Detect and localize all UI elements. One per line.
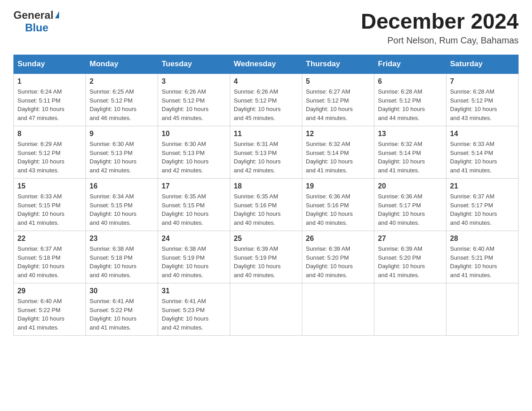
- day-info: Sunrise: 6:35 AM Sunset: 5:15 PM Dayligh…: [162, 192, 226, 227]
- calendar-week-row: 15Sunrise: 6:33 AM Sunset: 5:15 PM Dayli…: [14, 179, 519, 231]
- day-info: Sunrise: 6:32 AM Sunset: 5:14 PM Dayligh…: [306, 140, 370, 175]
- day-number: 5: [306, 77, 370, 86]
- logo-triangle-icon: [55, 11, 59, 18]
- calendar-day-cell: 19Sunrise: 6:36 AM Sunset: 5:16 PM Dayli…: [302, 179, 374, 231]
- day-info: Sunrise: 6:26 AM Sunset: 5:12 PM Dayligh…: [162, 87, 226, 122]
- calendar-day-cell: 15Sunrise: 6:33 AM Sunset: 5:15 PM Dayli…: [14, 179, 86, 231]
- calendar-day-cell: 10Sunrise: 6:30 AM Sunset: 5:13 PM Dayli…: [158, 126, 230, 179]
- calendar-day-cell: 16Sunrise: 6:34 AM Sunset: 5:15 PM Dayli…: [86, 179, 158, 231]
- day-info: Sunrise: 6:30 AM Sunset: 5:13 PM Dayligh…: [90, 140, 154, 175]
- day-number: 25: [234, 235, 298, 243]
- day-number: 21: [450, 182, 515, 190]
- calendar-day-cell: 1Sunrise: 6:24 AM Sunset: 5:11 PM Daylig…: [14, 73, 86, 126]
- logo: General Blue: [13, 9, 59, 34]
- calendar-header-cell: Sunday: [14, 55, 86, 74]
- day-number: 29: [17, 287, 82, 295]
- day-info: Sunrise: 6:30 AM Sunset: 5:13 PM Dayligh…: [162, 140, 226, 175]
- calendar-day-cell: 9Sunrise: 6:30 AM Sunset: 5:13 PM Daylig…: [86, 126, 158, 179]
- day-number: 12: [306, 130, 370, 138]
- page-header: General Blue December 2024 Port Nelson, …: [13, 9, 519, 46]
- day-info: Sunrise: 6:32 AM Sunset: 5:14 PM Dayligh…: [378, 140, 442, 175]
- day-info: Sunrise: 6:35 AM Sunset: 5:16 PM Dayligh…: [234, 192, 298, 227]
- day-info: Sunrise: 6:29 AM Sunset: 5:12 PM Dayligh…: [17, 140, 82, 175]
- day-info: Sunrise: 6:26 AM Sunset: 5:12 PM Dayligh…: [234, 87, 298, 122]
- calendar-week-row: 29Sunrise: 6:40 AM Sunset: 5:22 PM Dayli…: [14, 283, 519, 336]
- day-info: Sunrise: 6:33 AM Sunset: 5:15 PM Dayligh…: [17, 192, 82, 227]
- day-number: 19: [306, 182, 370, 190]
- day-info: Sunrise: 6:41 AM Sunset: 5:22 PM Dayligh…: [90, 297, 154, 332]
- calendar-day-cell: [446, 283, 519, 336]
- day-number: 7: [450, 77, 515, 86]
- day-number: 18: [234, 182, 298, 190]
- day-info: Sunrise: 6:39 AM Sunset: 5:20 PM Dayligh…: [378, 244, 442, 279]
- calendar-table: SundayMondayTuesdayWednesdayThursdayFrid…: [13, 55, 519, 336]
- day-number: 30: [90, 287, 154, 295]
- calendar-header-cell: Wednesday: [230, 55, 302, 74]
- day-number: 6: [378, 77, 442, 86]
- calendar-day-cell: 28Sunrise: 6:40 AM Sunset: 5:21 PM Dayli…: [446, 231, 519, 283]
- day-info: Sunrise: 6:37 AM Sunset: 5:18 PM Dayligh…: [17, 244, 82, 279]
- calendar-day-cell: 29Sunrise: 6:40 AM Sunset: 5:22 PM Dayli…: [14, 283, 86, 336]
- day-info: Sunrise: 6:37 AM Sunset: 5:17 PM Dayligh…: [450, 192, 515, 227]
- day-info: Sunrise: 6:34 AM Sunset: 5:15 PM Dayligh…: [90, 192, 154, 227]
- day-info: Sunrise: 6:28 AM Sunset: 5:12 PM Dayligh…: [378, 87, 442, 122]
- day-info: Sunrise: 6:31 AM Sunset: 5:13 PM Dayligh…: [234, 140, 298, 175]
- day-number: 8: [17, 130, 82, 138]
- day-number: 4: [234, 77, 298, 86]
- calendar-day-cell: 27Sunrise: 6:39 AM Sunset: 5:20 PM Dayli…: [374, 231, 446, 283]
- calendar-day-cell: 20Sunrise: 6:36 AM Sunset: 5:17 PM Dayli…: [374, 179, 446, 231]
- calendar-day-cell: 24Sunrise: 6:38 AM Sunset: 5:19 PM Dayli…: [158, 231, 230, 283]
- calendar-day-cell: 8Sunrise: 6:29 AM Sunset: 5:12 PM Daylig…: [14, 126, 86, 179]
- day-number: 28: [450, 235, 515, 243]
- calendar-day-cell: 13Sunrise: 6:32 AM Sunset: 5:14 PM Dayli…: [374, 126, 446, 179]
- day-number: 27: [378, 235, 442, 243]
- day-number: 16: [90, 182, 154, 190]
- calendar-day-cell: 18Sunrise: 6:35 AM Sunset: 5:16 PM Dayli…: [230, 179, 302, 231]
- calendar-header-row: SundayMondayTuesdayWednesdayThursdayFrid…: [14, 55, 519, 74]
- day-number: 3: [162, 77, 226, 86]
- day-info: Sunrise: 6:24 AM Sunset: 5:11 PM Dayligh…: [17, 87, 82, 122]
- day-number: 10: [162, 130, 226, 138]
- calendar-day-cell: 5Sunrise: 6:27 AM Sunset: 5:12 PM Daylig…: [302, 73, 374, 126]
- calendar-day-cell: 30Sunrise: 6:41 AM Sunset: 5:22 PM Dayli…: [86, 283, 158, 336]
- calendar-header-cell: Monday: [86, 55, 158, 74]
- day-number: 1: [17, 77, 82, 86]
- day-number: 23: [90, 235, 154, 243]
- day-number: 13: [378, 130, 442, 138]
- day-info: Sunrise: 6:41 AM Sunset: 5:23 PM Dayligh…: [162, 297, 226, 332]
- day-number: 22: [17, 235, 82, 243]
- day-info: Sunrise: 6:40 AM Sunset: 5:21 PM Dayligh…: [450, 244, 515, 279]
- calendar-week-row: 1Sunrise: 6:24 AM Sunset: 5:11 PM Daylig…: [14, 73, 519, 126]
- calendar-day-cell: 22Sunrise: 6:37 AM Sunset: 5:18 PM Dayli…: [14, 231, 86, 283]
- day-info: Sunrise: 6:25 AM Sunset: 5:12 PM Dayligh…: [90, 87, 154, 122]
- day-info: Sunrise: 6:36 AM Sunset: 5:17 PM Dayligh…: [378, 192, 442, 227]
- day-number: 26: [306, 235, 370, 243]
- day-info: Sunrise: 6:39 AM Sunset: 5:20 PM Dayligh…: [306, 244, 370, 279]
- calendar-week-row: 8Sunrise: 6:29 AM Sunset: 5:12 PM Daylig…: [14, 126, 519, 179]
- calendar-day-cell: 14Sunrise: 6:33 AM Sunset: 5:14 PM Dayli…: [446, 126, 519, 179]
- calendar-day-cell: [302, 283, 374, 336]
- calendar-day-cell: 7Sunrise: 6:28 AM Sunset: 5:12 PM Daylig…: [446, 73, 519, 126]
- day-info: Sunrise: 6:33 AM Sunset: 5:14 PM Dayligh…: [450, 140, 515, 175]
- day-number: 17: [162, 182, 226, 190]
- calendar-header-cell: Tuesday: [158, 55, 230, 74]
- day-number: 11: [234, 130, 298, 138]
- day-info: Sunrise: 6:36 AM Sunset: 5:16 PM Dayligh…: [306, 192, 370, 227]
- calendar-day-cell: 2Sunrise: 6:25 AM Sunset: 5:12 PM Daylig…: [86, 73, 158, 126]
- day-info: Sunrise: 6:40 AM Sunset: 5:22 PM Dayligh…: [17, 297, 82, 332]
- calendar-day-cell: 31Sunrise: 6:41 AM Sunset: 5:23 PM Dayli…: [158, 283, 230, 336]
- calendar-day-cell: 4Sunrise: 6:26 AM Sunset: 5:12 PM Daylig…: [230, 73, 302, 126]
- calendar-header-cell: Friday: [374, 55, 446, 74]
- calendar-day-cell: [230, 283, 302, 336]
- calendar-week-row: 22Sunrise: 6:37 AM Sunset: 5:18 PM Dayli…: [14, 231, 519, 283]
- day-info: Sunrise: 6:28 AM Sunset: 5:12 PM Dayligh…: [450, 87, 515, 122]
- day-number: 2: [90, 77, 154, 86]
- day-info: Sunrise: 6:39 AM Sunset: 5:19 PM Dayligh…: [234, 244, 298, 279]
- day-number: 24: [162, 235, 226, 243]
- logo-blue-text: Blue: [25, 21, 48, 34]
- calendar-subtitle: Port Nelson, Rum Cay, Bahamas: [361, 35, 519, 46]
- calendar-day-cell: 26Sunrise: 6:39 AM Sunset: 5:20 PM Dayli…: [302, 231, 374, 283]
- day-info: Sunrise: 6:38 AM Sunset: 5:18 PM Dayligh…: [90, 244, 154, 279]
- calendar-day-cell: 23Sunrise: 6:38 AM Sunset: 5:18 PM Dayli…: [86, 231, 158, 283]
- calendar-day-cell: 12Sunrise: 6:32 AM Sunset: 5:14 PM Dayli…: [302, 126, 374, 179]
